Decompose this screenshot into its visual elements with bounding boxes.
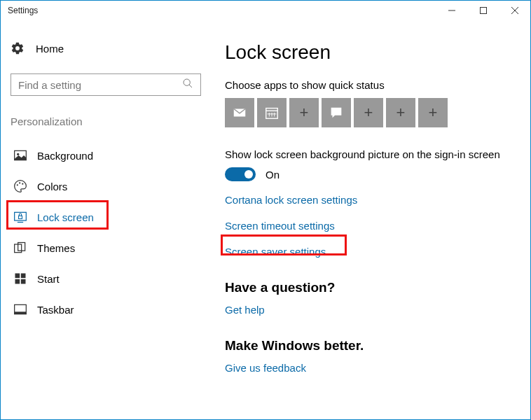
plus-icon: + [429,104,438,122]
chat-icon [329,105,344,120]
sidebar-item-colors[interactable]: Colors [11,171,208,202]
close-icon [511,7,518,14]
svg-point-10 [22,183,23,185]
sidebar-item-label: Taskbar [37,304,74,316]
tile-add-4[interactable]: + [418,98,448,127]
taskbar-icon [13,302,27,316]
themes-icon [13,241,27,255]
main-panel: Lock screen Choose apps to show quick st… [218,20,530,419]
question-header: Have a question? [225,280,516,295]
page-title: Lock screen [225,41,516,64]
nav-list: Background Colors Lock screen [11,140,208,325]
show-bg-label: Show lock screen background picture on t… [225,148,516,160]
maximize-button[interactable] [467,1,499,20]
image-icon [13,148,27,162]
minimize-button[interactable] [436,1,467,20]
minimize-icon [448,7,455,14]
svg-point-9 [19,182,20,183]
svg-rect-16 [15,274,20,279]
lock-screen-icon [13,210,27,224]
search-box[interactable] [11,74,201,96]
svg-rect-18 [15,279,20,284]
link-screen-saver[interactable]: Screen saver settings [225,246,516,258]
sidebar-item-label: Lock screen [37,211,94,223]
sidebar-item-lock-screen[interactable]: Lock screen [11,202,208,232]
sidebar-item-label: Background [37,150,93,162]
tile-mail[interactable] [225,98,254,127]
plus-icon: + [300,104,309,122]
link-screen-timeout[interactable]: Screen timeout settings [225,220,516,232]
tile-calendar[interactable] [257,98,287,127]
link-cortana-settings[interactable]: Cortana lock screen settings [225,194,516,206]
sidebar-item-label: Themes [37,242,75,254]
mail-icon [232,105,247,120]
window-title: Settings [8,6,38,15]
start-icon [13,272,27,286]
sidebar-item-taskbar[interactable]: Taskbar [11,294,208,325]
svg-point-7 [17,153,19,155]
show-bg-toggle[interactable] [225,167,256,181]
tile-add-2[interactable]: + [354,98,383,127]
close-button[interactable] [499,1,530,20]
svg-point-4 [184,79,190,85]
plus-icon: + [364,104,373,122]
quick-status-tiles: + + + + [225,98,516,127]
sidebar-item-label: Start [37,273,60,285]
svg-line-5 [189,85,192,88]
home-button[interactable]: Home [11,41,208,55]
svg-rect-1 [480,8,486,14]
titlebar: Settings [1,1,530,20]
tile-add-3[interactable]: + [386,98,415,127]
sidebar-item-themes[interactable]: Themes [11,232,208,263]
plus-icon: + [396,104,406,122]
search-input[interactable] [18,79,182,91]
search-icon [182,78,193,92]
tile-add-1[interactable]: + [289,98,319,127]
calendar-icon [264,105,280,120]
sidebar: Home Personalization Background [1,20,218,419]
settings-window: Settings Home Persona [0,0,531,420]
svg-rect-13 [19,216,22,218]
home-label: Home [36,43,64,55]
category-label: Personalization [11,115,208,127]
sidebar-item-start[interactable]: Start [11,263,208,294]
svg-point-8 [17,184,18,186]
better-header: Make Windows better. [225,338,516,354]
toggle-state: On [266,169,280,181]
gear-icon [11,41,25,55]
svg-rect-19 [21,279,26,284]
link-get-help[interactable]: Get help [225,304,516,316]
palette-icon [13,179,27,193]
svg-rect-21 [15,312,27,314]
sidebar-item-label: Colors [37,181,67,192]
svg-rect-17 [21,274,26,279]
sidebar-item-background[interactable]: Background [11,140,208,171]
maximize-icon [480,7,487,14]
link-feedback[interactable]: Give us feedback [225,362,516,374]
tile-messaging[interactable] [322,98,351,127]
quick-status-label: Choose apps to show quick status [225,79,516,91]
